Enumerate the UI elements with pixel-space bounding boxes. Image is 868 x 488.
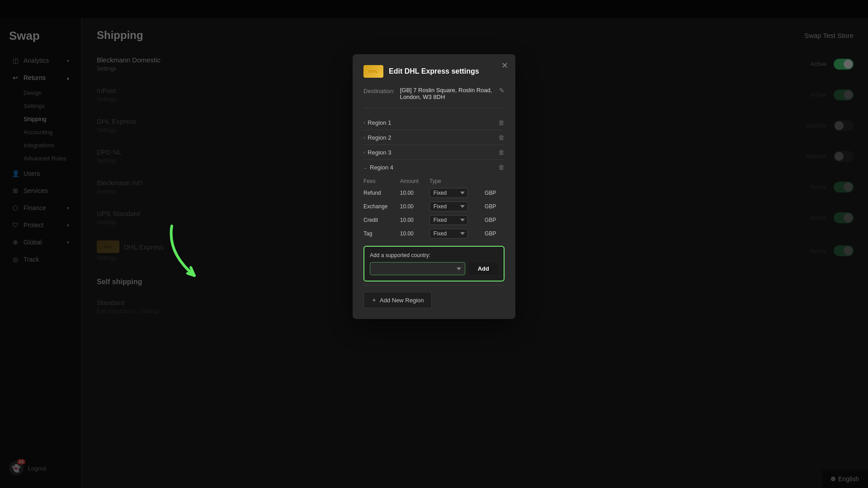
region-label: Region 3 — [368, 149, 391, 156]
fee-row-tag: Tag 10.00 Fixed Percentage GBP — [363, 227, 505, 240]
fee-row-refund: Refund 10.00 Fixed Percentage GBP — [363, 186, 505, 200]
edit-dhl-modal: DHL Edit DHL Express settings ✕ Destinat… — [353, 54, 515, 319]
region-4-delete-button[interactable]: 🗑 — [498, 164, 505, 171]
region-expand-button[interactable]: › Region 3 — [363, 149, 391, 156]
chevron-down-icon: ⌄ — [363, 165, 367, 170]
amount-col-header: Amount — [400, 176, 429, 186]
fee-row-credit: Credit 10.00 Fixed Percentage GBP — [363, 213, 505, 227]
region-row: › Region 2 🗑 — [363, 130, 505, 145]
fee-label: Refund — [363, 186, 400, 200]
fee-amount: 10.00 — [400, 213, 429, 227]
fee-row-exchange: Exchange 10.00 Fixed Percentage GBP — [363, 200, 505, 213]
modal-title: Edit DHL Express settings — [389, 67, 479, 75]
fee-label: Exchange — [363, 200, 400, 213]
modal-overlay: DHL Edit DHL Express settings ✕ Destinat… — [0, 0, 868, 488]
region-4-label: Region 4 — [370, 164, 393, 171]
chevron-right-icon: › — [363, 120, 365, 125]
dhl-logo-modal: DHL — [363, 65, 383, 78]
add-country-row: Add — [370, 262, 498, 275]
chevron-right-icon: › — [363, 135, 365, 140]
currency-label: GBP — [485, 227, 505, 240]
region-label: Region 2 — [368, 134, 391, 141]
currency-label: GBP — [485, 186, 505, 200]
modal-header: DHL Edit DHL Express settings — [363, 65, 505, 78]
region-delete-button[interactable]: 🗑 — [498, 119, 505, 126]
region-expand-button[interactable]: › Region 2 — [363, 134, 391, 141]
region-4-expanded: ⌄ Region 4 🗑 Fees Amount Type — [363, 160, 505, 286]
currency-label: GBP — [485, 213, 505, 227]
fee-amount: 10.00 — [400, 227, 429, 240]
chevron-right-icon: › — [363, 150, 365, 155]
fees-table: Fees Amount Type Refund 10.00 Fixed — [363, 176, 505, 240]
region-delete-button[interactable]: 🗑 — [498, 134, 505, 141]
fee-label: Tag — [363, 227, 400, 240]
region-expand-button[interactable]: › Region 1 — [363, 119, 391, 126]
country-select[interactable] — [370, 262, 465, 275]
fee-amount: 10.00 — [400, 186, 429, 200]
type-col-header: Type — [429, 176, 485, 186]
region-row: › Region 3 🗑 — [363, 145, 505, 160]
fee-type-select[interactable]: Fixed Percentage — [429, 188, 468, 198]
fee-type-select[interactable]: Fixed Percentage — [429, 202, 468, 211]
region-row: › Region 1 🗑 — [363, 115, 505, 130]
modal-close-button[interactable]: ✕ — [501, 61, 508, 70]
destination-value: [GB] 7 Roslin Square, Roslin Road, Londo… — [400, 87, 494, 100]
add-country-section: Add a supported country: Add — [363, 246, 505, 282]
add-region-label: Add New Region — [380, 297, 424, 304]
fee-type-select[interactable]: Fixed Percentage — [429, 229, 468, 239]
fees-col-header: Fees — [363, 176, 400, 186]
add-country-label: Add a supported country: — [370, 252, 498, 258]
currency-label: GBP — [485, 200, 505, 213]
region-delete-button[interactable]: 🗑 — [498, 149, 505, 156]
fee-amount: 10.00 — [400, 200, 429, 213]
region-4-header: ⌄ Region 4 🗑 — [363, 164, 505, 174]
region-label: Region 1 — [368, 119, 391, 126]
plus-icon: ＋ — [371, 296, 377, 304]
region-4-expand-button[interactable]: ⌄ Region 4 — [363, 164, 393, 171]
fee-type-select[interactable]: Fixed Percentage — [429, 215, 468, 225]
edit-destination-icon[interactable]: ✎ — [499, 87, 505, 94]
fee-label: Credit — [363, 213, 400, 227]
destination-label: Destination: — [363, 87, 395, 94]
add-country-button[interactable]: Add — [469, 263, 498, 275]
add-region-button[interactable]: ＋ Add New Region — [363, 292, 432, 308]
destination-row: Destination: [GB] 7 Roslin Square, Rosli… — [363, 87, 505, 108]
